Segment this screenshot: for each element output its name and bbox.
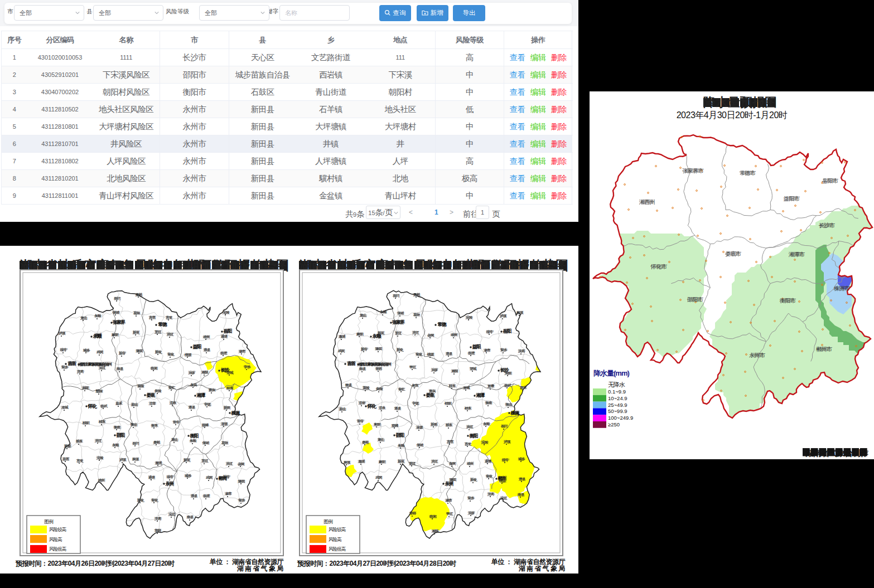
svg-text:宁乡: 宁乡 bbox=[244, 365, 252, 370]
svg-text:邵阳: 邵阳 bbox=[116, 433, 125, 438]
svg-text:汉寿: 汉寿 bbox=[77, 370, 85, 374]
svg-text:石门: 石门 bbox=[501, 424, 508, 429]
svg-text:花垣: 花垣 bbox=[221, 441, 229, 445]
svg-text:澧县: 澧县 bbox=[519, 477, 527, 481]
svg-text:新邵: 新邵 bbox=[64, 444, 72, 449]
svg-text:湘潭: 湘潭 bbox=[196, 392, 206, 398]
svg-text:湘阴: 湘阴 bbox=[201, 370, 209, 375]
svg-text:娄底: 娄底 bbox=[426, 392, 436, 398]
svg-text:双峰: 双峰 bbox=[202, 423, 210, 427]
svg-text:南县: 南县 bbox=[359, 367, 367, 371]
svg-text:湘阴: 湘阴 bbox=[451, 369, 458, 373]
svg-text:湖南省气象台制作: 湖南省气象台制作 bbox=[805, 448, 868, 458]
svg-text:安仁: 安仁 bbox=[398, 387, 406, 391]
svg-text:城步: 城步 bbox=[518, 457, 526, 461]
svg-text:永州: 永州 bbox=[445, 481, 454, 487]
svg-text:湘西州: 湘西州 bbox=[639, 199, 655, 205]
svg-text:吉首: 吉首 bbox=[62, 457, 70, 461]
svg-text:麻阳: 麻阳 bbox=[112, 333, 119, 337]
svg-text:汉寿: 汉寿 bbox=[518, 349, 526, 353]
svg-text:通道: 通道 bbox=[485, 459, 492, 463]
svg-text:石门: 石门 bbox=[132, 441, 139, 446]
svg-text:新晃: 新晃 bbox=[184, 458, 191, 463]
svg-text:岳阳: 岳阳 bbox=[503, 328, 512, 334]
svg-text:津市: 津市 bbox=[239, 349, 247, 354]
svg-text:怀化: 怀化 bbox=[367, 404, 378, 409]
svg-text:绥宁: 绥宁 bbox=[167, 475, 175, 479]
svg-text:永顺: 永顺 bbox=[372, 333, 382, 339]
svg-text:麻阳: 麻阳 bbox=[379, 460, 387, 464]
svg-text:衡东: 衡东 bbox=[151, 424, 159, 428]
svg-text:永顺: 永顺 bbox=[112, 443, 120, 447]
svg-text:通道: 通道 bbox=[148, 475, 156, 479]
svg-text:衡阳: 衡阳 bbox=[190, 433, 199, 439]
svg-text:益阳: 益阳 bbox=[192, 344, 202, 349]
svg-text:嘉禾: 嘉禾 bbox=[520, 386, 528, 390]
svg-text:株洲: 株洲 bbox=[510, 410, 520, 416]
svg-text:祁阳: 祁阳 bbox=[444, 401, 452, 406]
svg-text:永顺: 永顺 bbox=[380, 310, 388, 314]
svg-text:道县: 道县 bbox=[394, 406, 402, 410]
svg-text:澧县: 澧县 bbox=[204, 348, 211, 352]
svg-text:蓝山: 蓝山 bbox=[339, 407, 347, 411]
svg-text:安化: 安化 bbox=[151, 498, 159, 503]
svg-text:永兴: 永兴 bbox=[412, 383, 419, 388]
svg-text:新化: 新化 bbox=[137, 498, 145, 503]
svg-text:安化: 安化 bbox=[167, 352, 175, 357]
svg-text:江永: 江永 bbox=[170, 401, 177, 405]
svg-text:新晃: 新晃 bbox=[133, 330, 141, 335]
svg-text:花垣: 花垣 bbox=[413, 313, 421, 317]
svg-text:风险高: 风险高 bbox=[329, 537, 342, 542]
svg-text:湘潭: 湘潭 bbox=[476, 392, 486, 398]
svg-text:湘西土家族苗族自治州: 湘西土家族苗族自治州 bbox=[357, 362, 392, 367]
svg-text:武冈: 武冈 bbox=[375, 475, 383, 479]
svg-text:沅陵: 沅陵 bbox=[481, 440, 489, 445]
svg-text:石门: 石门 bbox=[393, 294, 400, 298]
svg-text:会同: 会同 bbox=[449, 461, 456, 465]
svg-text:汨罗: 汨罗 bbox=[468, 511, 476, 516]
svg-text:衡阳: 衡阳 bbox=[469, 433, 479, 439]
svg-text:芝江: 芝江 bbox=[395, 331, 403, 336]
svg-text:祁阳: 祁阳 bbox=[82, 421, 90, 425]
svg-text:沅陵: 沅陵 bbox=[223, 310, 230, 315]
svg-text:津市: 津市 bbox=[484, 348, 491, 353]
svg-text:辰溪: 辰溪 bbox=[132, 457, 140, 461]
svg-text:邵东: 邵东 bbox=[76, 439, 84, 444]
svg-text:临澧: 临澧 bbox=[203, 494, 211, 498]
svg-text:湘潭市: 湘潭市 bbox=[789, 251, 805, 257]
svg-text:嘉禾: 嘉禾 bbox=[115, 401, 123, 406]
svg-text:城步: 城步 bbox=[184, 474, 192, 478]
svg-text:张家界: 张家界 bbox=[113, 319, 126, 325]
svg-text:吉首: 吉首 bbox=[67, 361, 78, 366]
svg-text:耒阳: 耒阳 bbox=[374, 422, 382, 427]
svg-text:南县: 南县 bbox=[518, 493, 525, 497]
svg-text:武冈: 武冈 bbox=[96, 350, 104, 354]
svg-text:靖州: 靖州 bbox=[98, 478, 105, 482]
svg-text:绥宁: 绥宁 bbox=[502, 458, 510, 462]
svg-text:新宁: 新宁 bbox=[361, 347, 369, 351]
svg-text:汉寿: 汉寿 bbox=[487, 492, 495, 497]
svg-text:南县: 南县 bbox=[187, 515, 195, 519]
svg-text:宁远: 宁远 bbox=[412, 401, 420, 405]
svg-text:永顺: 永顺 bbox=[94, 314, 102, 318]
svg-text:涟源: 涟源 bbox=[416, 425, 424, 430]
svg-text:新晃: 新晃 bbox=[398, 459, 405, 464]
svg-text:益阳: 益阳 bbox=[472, 344, 481, 349]
svg-text:保靖: 保靖 bbox=[113, 310, 120, 314]
svg-text:风险较高: 风险较高 bbox=[49, 527, 67, 532]
svg-text:绥宁: 绥宁 bbox=[60, 348, 68, 352]
svg-text:临武: 临武 bbox=[504, 383, 512, 388]
svg-text:道县: 道县 bbox=[189, 405, 196, 409]
svg-text:江永: 江永 bbox=[379, 406, 387, 410]
svg-text:保靖: 保靖 bbox=[417, 443, 424, 447]
svg-text:长沙市: 长沙市 bbox=[819, 222, 836, 229]
svg-text:湘阴: 湘阴 bbox=[432, 529, 439, 533]
svg-text:怀化: 怀化 bbox=[88, 404, 98, 409]
svg-text:洪江: 洪江 bbox=[412, 331, 420, 335]
svg-text:图例: 图例 bbox=[44, 519, 54, 524]
svg-text:安化: 安化 bbox=[486, 474, 494, 479]
svg-text:永州市: 永州市 bbox=[749, 352, 766, 358]
svg-text:茶陵: 茶陵 bbox=[363, 386, 370, 390]
svg-text:邵东: 邵东 bbox=[446, 423, 453, 427]
svg-text:涟源: 涟源 bbox=[220, 422, 229, 426]
